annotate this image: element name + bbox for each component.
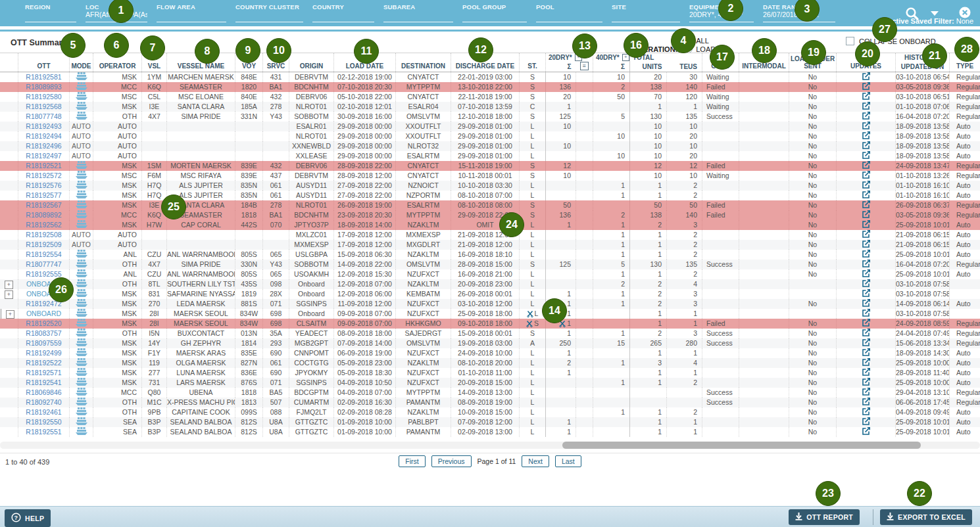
ott-link[interactable]: R18192568 [26, 103, 61, 110]
next-page-button[interactable]: Next [522, 455, 549, 467]
table-row[interactable]: R18192562 MSK H7W CAP CORAL 442S 070 JPT… [0, 220, 980, 230]
ott-link[interactable]: R18192541 [26, 378, 61, 386]
edit-updates-icon[interactable] [862, 358, 870, 368]
table-row[interactable]: R18192508 AUTO AUTO MXLZC01 17-09-2018 1… [0, 230, 980, 240]
help-button[interactable]: ? HELP [5, 509, 51, 527]
ott-link[interactable]: R18192497 [26, 152, 61, 160]
table-row[interactable]: R18192551 SEA B3P SEALAND BALBOA 812S U8… [0, 427, 980, 437]
chevron-down-icon[interactable] [931, 11, 939, 16]
edit-updates-icon[interactable] [862, 398, 870, 407]
table-row[interactable]: ONBOARD OTH 8TL SOUTHERN LILY TST 435S 0… [0, 279, 980, 289]
edit-updates-icon[interactable] [862, 240, 870, 250]
edit-updates-icon[interactable] [862, 131, 870, 141]
edit-updates-icon[interactable] [862, 368, 870, 378]
ott-link[interactable]: R18192508 [26, 231, 61, 239]
ott-link[interactable]: R18192577 [26, 191, 61, 199]
table-row[interactable]: R18192568 MSK I3E SANTA CLARA 185A 278 N… [0, 102, 980, 112]
table-row[interactable]: R18192521 MSK 1SM MORTEN MAERSK 839E 432… [0, 161, 980, 171]
table-row[interactable]: R18192580 MSC C5L MSC ELOANE 840E 432 DE… [0, 92, 980, 102]
table-row[interactable]: R18192554 ANL CZU ANL WARRNAMBOOL 805S 0… [0, 250, 980, 260]
edit-updates-icon[interactable] [862, 338, 870, 348]
edit-updates-icon[interactable] [862, 260, 870, 269]
ott-link[interactable]: R18097559 [26, 339, 61, 347]
table-row[interactable]: R18192520 MSK 28I MAERSK SEOUL 834W 698 … [0, 319, 980, 329]
table-row[interactable]: R18192499 MSK F1Y MAERSK ARAS 835E 690 C… [0, 348, 980, 358]
ott-link[interactable]: R18192550 [26, 418, 61, 426]
ott-link[interactable]: R18192493 [26, 122, 61, 130]
edit-updates-icon[interactable] [862, 151, 870, 161]
ott-link[interactable]: R18192461 [26, 408, 61, 416]
edit-updates-icon[interactable] [862, 220, 870, 230]
ott-link[interactable]: R18077747 [26, 260, 61, 268]
expander-icon[interactable] [5, 290, 13, 299]
edit-updates-icon[interactable] [862, 348, 870, 358]
ott-link[interactable]: R18083757 [26, 329, 61, 337]
ott-link[interactable]: R18089892 [26, 211, 61, 219]
edit-updates-icon[interactable] [862, 269, 870, 279]
table-row[interactable]: R18192576 MSK H7Q ALS JUPITER 835N 061 A… [0, 181, 980, 191]
ott-link[interactable]: R18092740 [26, 398, 61, 406]
table-row[interactable]: R18097559 MSK 14Y GH ZEPHYR 1814 293 MGB… [0, 338, 980, 348]
table-row[interactable]: R18192472 MSK 270 LEDA MAERSK 881S 071 S… [0, 299, 980, 309]
ott-link[interactable]: R18192562 [26, 221, 61, 229]
filter-field-country[interactable]: COUNTRY [312, 3, 374, 22]
table-row[interactable]: R18192581 MSK 1YM MARCHEN MAERSK 848E 43… [0, 72, 980, 82]
table-row[interactable]: R18192550 SEA B3P SEALAND BALBOA 812S U8… [0, 417, 980, 427]
ott-link[interactable]: R18192499 [26, 349, 61, 357]
filter-field-subarea[interactable]: SUBAREA [383, 3, 453, 22]
ott-link[interactable]: R18192509 [26, 241, 61, 248]
edit-updates-icon[interactable] [862, 122, 870, 131]
edit-updates-icon[interactable] [862, 299, 870, 309]
ott-link[interactable]: R18192567 [26, 201, 61, 209]
edit-updates-icon[interactable] [862, 329, 870, 338]
ott-link[interactable]: R18192494 [26, 132, 61, 140]
first-page-button[interactable]: First [399, 455, 425, 467]
table-row[interactable]: R18192494 AUTO AUTO NLROT01 29-09-2018 0… [0, 131, 980, 141]
table-row[interactable]: R18092740 OTH M1C X-PRESS MACHU PIC... 1… [0, 398, 980, 407]
ott-link[interactable]: R18192580 [26, 93, 61, 101]
edit-updates-icon[interactable] [862, 82, 870, 92]
edit-updates-icon[interactable] [862, 309, 870, 319]
ott-link[interactable]: R18192554 [26, 250, 61, 258]
edit-updates-icon[interactable] [862, 407, 870, 417]
last-page-button[interactable]: Last [555, 455, 581, 467]
table-row[interactable]: R18089893 MCC K6Q SEAMASTER 1820 BA1 BDC… [0, 82, 980, 92]
table-row[interactable]: R18077747 OTH 4X7 SIMA PRIDE 330N Y43 SO… [0, 260, 980, 269]
ott-link[interactable]: R18192496 [26, 142, 61, 150]
ott-link[interactable]: R18089893 [26, 83, 61, 91]
table-row[interactable]: R18083757 OTH I5N BUXCONTACT 013N 35A YE… [0, 329, 980, 338]
table-row[interactable]: ONBOARD MSK 28I MAERSK SEOUL 834W 698 On… [0, 309, 980, 319]
edit-updates-icon[interactable] [862, 289, 870, 299]
table-row[interactable]: R18077748 OTH 4X7 SIMA PRIDE 331N Y43 SO… [0, 112, 980, 122]
filter-field-pool-group[interactable]: POOL GROUP [462, 3, 527, 22]
table-row[interactable]: R18192461 OTH 9PB CAPITAINE COOK 099S 08… [0, 407, 980, 417]
ott-link[interactable]: R18192522 [26, 359, 61, 367]
edit-updates-icon[interactable] [862, 191, 870, 200]
edit-updates-icon[interactable] [862, 388, 870, 398]
ott-link[interactable]: R18069846 [26, 388, 61, 396]
table-row[interactable]: ONBOARD MSK 831 SAFMARINE NYASSA 1819 28… [0, 289, 980, 299]
edit-updates-icon[interactable] [862, 112, 870, 122]
ott-link[interactable]: R18192520 [26, 319, 61, 327]
ott-report-button[interactable]: OTT REPORT [789, 509, 860, 525]
ott-link[interactable]: R18192521 [26, 162, 61, 170]
edit-updates-icon[interactable] [862, 200, 870, 210]
edit-updates-icon[interactable] [862, 92, 870, 102]
ott-link[interactable]: R18192555 [26, 270, 61, 278]
edit-updates-icon[interactable] [862, 230, 870, 240]
ott-link[interactable]: R18192571 [26, 369, 61, 377]
edit-updates-icon[interactable] [862, 161, 870, 171]
table-row[interactable]: R18192493 AUTO AUTO ESALR01 29-09-2018 0… [0, 122, 980, 131]
edit-updates-icon[interactable] [862, 427, 870, 437]
edit-updates-icon[interactable] [862, 378, 870, 388]
export-to-excel-button[interactable]: EXPORT TO EXCEL [880, 509, 972, 525]
edit-updates-icon[interactable] [862, 72, 870, 82]
edit-updates-icon[interactable] [862, 210, 870, 220]
filter-field-site[interactable]: SITE [612, 3, 680, 22]
ott-link[interactable]: R18192572 [26, 172, 61, 179]
ott-link[interactable]: R18192576 [26, 181, 61, 189]
table-row[interactable]: R18192577 MSK H7Q ALS JUPITER 835N 061 A… [0, 191, 980, 200]
table-row[interactable]: R18192567 MSK I3E SANTA CLARA 184B 278 N… [0, 200, 980, 210]
ott-link[interactable]: R18077748 [26, 112, 61, 120]
expander-icon[interactable] [6, 310, 14, 319]
